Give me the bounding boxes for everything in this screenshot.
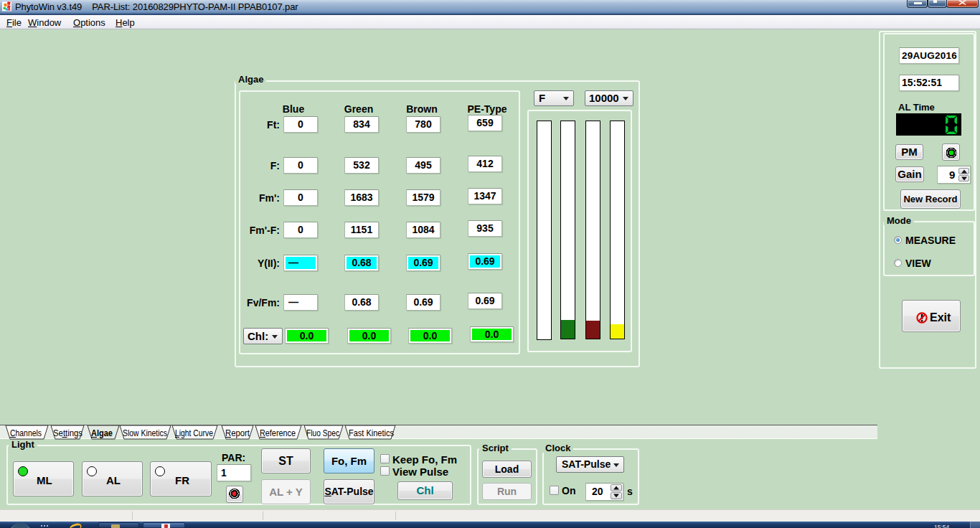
svg-text:Settings: Settings (53, 428, 83, 438)
svg-text:Reference: Reference (260, 428, 296, 438)
svg-text:Light Curve: Light Curve (175, 428, 213, 438)
svg-text:Algae: Algae (91, 428, 113, 438)
svg-text:Channels: Channels (10, 428, 42, 438)
svg-text:Fluo Spec: Fluo Spec (306, 428, 339, 438)
svg-text:Slow Kinetics: Slow Kinetics (123, 428, 167, 438)
svg-text:Fast Kinetics: Fast Kinetics (349, 428, 394, 438)
svg-text:Report: Report (225, 428, 250, 438)
